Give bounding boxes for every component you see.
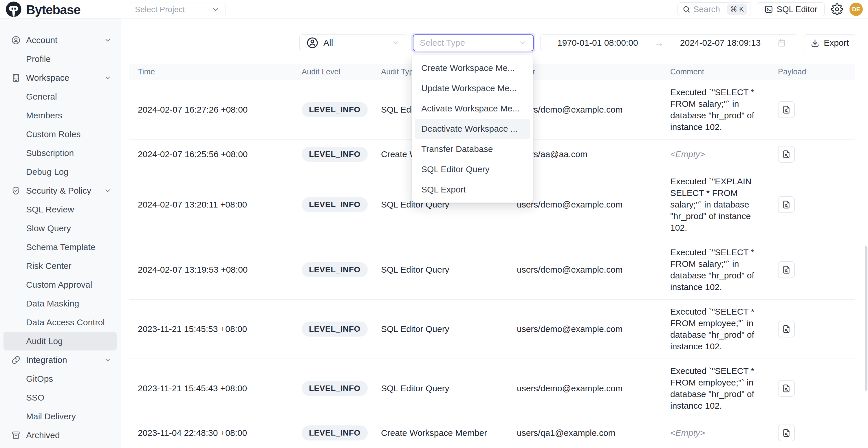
- chevron-down-icon: [104, 36, 112, 44]
- sidebar-item-workspace[interactable]: Workspace: [0, 68, 120, 87]
- cell-time: 2023-11-21 15:45:53 +08:00: [129, 318, 293, 340]
- cell-audit-type: Create Workspace Member: [372, 422, 508, 444]
- menu-item-sql-export[interactable]: SQL Export: [412, 180, 533, 200]
- actor-filter-value: All: [323, 38, 333, 48]
- menu-item-activate-workspace-member[interactable]: Activate Workspace Me...: [412, 98, 533, 119]
- sidebar-item-audit-log[interactable]: Audit Log: [3, 332, 117, 350]
- table-row: 2024-02-07 13:19:53 +08:00 LEVEL_INFO SQ…: [129, 240, 855, 299]
- cell-comment: <Empty>: [661, 142, 761, 166]
- sidebar-item-security-policy[interactable]: Security & Policy: [0, 181, 120, 200]
- payload-view-button[interactable]: [778, 101, 795, 118]
- column-header-payload: Payload: [761, 67, 855, 76]
- sidebar: Account Profile Workspace General Member…: [0, 19, 120, 448]
- payload-view-button[interactable]: [778, 146, 795, 163]
- sql-editor-button[interactable]: SQL Editor: [757, 2, 825, 16]
- building-icon: [11, 73, 22, 83]
- table-row: 2023-11-04 22:48:30 +08:00 LEVEL_INFO Cr…: [129, 418, 855, 448]
- select-project-dropdown[interactable]: Select Project: [129, 3, 226, 16]
- sidebar-item-profile[interactable]: Profile: [0, 50, 120, 68]
- audit-level-badge: LEVEL_INFO: [302, 322, 368, 337]
- menu-item-transfer-database[interactable]: Transfer Database: [412, 139, 533, 159]
- cell-audit-type: SQL Editor Query: [372, 258, 508, 281]
- sidebar-item-general[interactable]: General: [0, 87, 120, 106]
- sidebar-item-sso[interactable]: SSO: [0, 388, 120, 407]
- column-header-comment: Comment: [661, 67, 761, 76]
- export-label: Export: [824, 38, 849, 48]
- link-icon: [11, 355, 22, 365]
- sidebar-item-sql-review[interactable]: SQL Review: [0, 200, 120, 219]
- menu-item-create-workspace-member[interactable]: Create Workspace Me...: [412, 58, 533, 78]
- chevron-down-icon: [104, 356, 112, 364]
- sidebar-item-subscription[interactable]: Subscription: [0, 143, 120, 162]
- menu-item-sql-editor-query[interactable]: SQL Editor Query: [412, 159, 533, 180]
- sidebar-item-data-access-control[interactable]: Data Access Control: [0, 313, 120, 332]
- cell-actor: users/demo@example.com: [508, 258, 661, 281]
- sidebar-item-account[interactable]: Account: [0, 31, 120, 50]
- cell-time: 2024-02-07 13:20:11 +08:00: [129, 193, 293, 216]
- table-row: 2023-11-21 15:45:43 +08:00 LEVEL_INFO SQ…: [129, 359, 855, 418]
- file-search-icon: [782, 150, 791, 159]
- sidebar-item-gitops[interactable]: GitOps: [0, 369, 120, 388]
- payload-view-button[interactable]: [778, 424, 795, 441]
- payload-view-button[interactable]: [778, 380, 795, 397]
- chevron-down-icon: [392, 39, 400, 47]
- select-project-placeholder: Select Project: [135, 5, 185, 14]
- sidebar-item-mail-delivery[interactable]: Mail Delivery: [0, 407, 120, 426]
- audit-level-badge: LEVEL_INFO: [302, 262, 368, 277]
- date-end-value[interactable]: 2024-02-07 18:09:13: [680, 38, 761, 48]
- sidebar-item-slow-query[interactable]: Slow Query: [0, 219, 120, 237]
- search-placeholder: Search: [693, 5, 724, 14]
- sidebar-item-integration[interactable]: Integration: [0, 350, 120, 369]
- sidebar-item-custom-roles[interactable]: Custom Roles: [0, 125, 120, 143]
- user-circle-icon: [306, 36, 319, 49]
- bytebase-app: Bytebase Select Project Search ⌘ K SQL E…: [0, 0, 868, 448]
- payload-view-button[interactable]: [778, 261, 795, 278]
- chevron-down-icon: [519, 39, 527, 47]
- file-search-icon: [782, 324, 791, 334]
- bytebase-logo[interactable]: Bytebase: [5, 1, 81, 19]
- sidebar-item-schema-template[interactable]: Schema Template: [0, 237, 120, 256]
- cell-actor: users/demo@example.com: [508, 377, 661, 400]
- column-header-time: Time: [129, 67, 293, 76]
- brand-name: Bytebase: [26, 3, 81, 17]
- file-search-icon: [782, 200, 791, 209]
- sidebar-item-data-masking[interactable]: Data Masking: [0, 294, 120, 313]
- chevron-down-icon: [212, 5, 220, 13]
- sidebar-item-debug-log[interactable]: Debug Log: [0, 162, 120, 181]
- bytebase-logo-icon: [5, 1, 22, 19]
- cell-actor: users/demo@example.com: [508, 318, 661, 340]
- cell-actor: users/qa1@example.com: [508, 422, 661, 444]
- arrow-right-icon: →: [654, 37, 664, 49]
- scrollbar-thumb[interactable]: [865, 246, 867, 391]
- export-button[interactable]: Export: [804, 34, 855, 51]
- sidebar-item-custom-approval[interactable]: Custom Approval: [0, 275, 120, 294]
- filter-bar: All Select Type 1970-01-01 08:00:00 → 20…: [299, 34, 855, 51]
- cell-comment: <Empty>: [661, 421, 761, 445]
- gear-icon[interactable]: [831, 3, 843, 15]
- menu-item-update-workspace-member[interactable]: Update Workspace Me...: [412, 78, 533, 98]
- menu-item-deactivate-workspace-member[interactable]: Deactivate Workspace ...: [415, 119, 530, 139]
- top-bar: Bytebase Select Project Search ⌘ K SQL E…: [0, 0, 868, 19]
- cell-time: 2023-11-21 15:45:43 +08:00: [129, 377, 293, 400]
- sidebar-item-archived[interactable]: Archived: [0, 426, 120, 445]
- main-content: All Select Type 1970-01-01 08:00:00 → 20…: [120, 19, 868, 448]
- type-filter-select[interactable]: Select Type: [413, 34, 534, 51]
- sidebar-item-members[interactable]: Members: [0, 106, 120, 125]
- sidebar-item-risk-center[interactable]: Risk Center: [0, 256, 120, 275]
- date-start-value[interactable]: 1970-01-01 08:00:00: [557, 38, 638, 48]
- search-input[interactable]: Search ⌘ K: [678, 2, 750, 16]
- audit-level-badge: LEVEL_INFO: [302, 102, 368, 117]
- payload-view-button[interactable]: [778, 196, 795, 213]
- cell-comment: Executed `"SELECT * FROM employee;"` in …: [661, 299, 761, 359]
- payload-view-button[interactable]: [778, 321, 795, 338]
- date-range-picker[interactable]: 1970-01-01 08:00:00 → 2024-02-07 18:09:1…: [540, 34, 797, 51]
- file-search-icon: [782, 105, 791, 114]
- actor-filter-select[interactable]: All: [299, 34, 406, 51]
- audit-level-badge: LEVEL_INFO: [302, 197, 368, 212]
- avatar[interactable]: DE: [849, 3, 863, 16]
- user-circle-icon: [11, 35, 22, 45]
- cell-comment: Executed `"SELECT * FROM salary;"` in da…: [661, 80, 761, 139]
- terminal-icon: [764, 5, 773, 14]
- file-search-icon: [782, 265, 791, 274]
- cell-time: 2024-02-07 13:19:53 +08:00: [129, 258, 293, 281]
